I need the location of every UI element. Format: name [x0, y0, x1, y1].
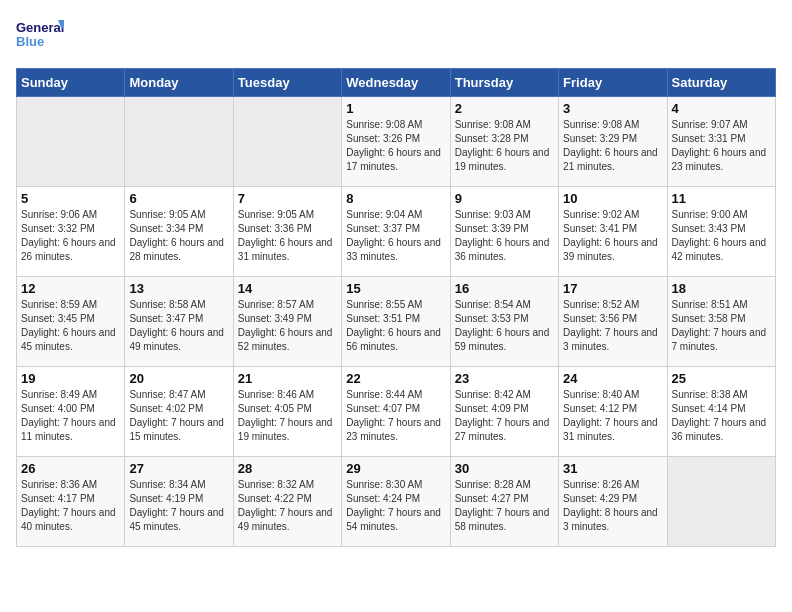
svg-text:Blue: Blue [16, 34, 44, 49]
day-number: 7 [238, 191, 337, 206]
calendar-cell: 18Sunrise: 8:51 AM Sunset: 3:58 PM Dayli… [667, 277, 775, 367]
calendar-cell: 23Sunrise: 8:42 AM Sunset: 4:09 PM Dayli… [450, 367, 558, 457]
header-friday: Friday [559, 69, 667, 97]
header-monday: Monday [125, 69, 233, 97]
header-sunday: Sunday [17, 69, 125, 97]
day-info: Sunrise: 9:06 AM Sunset: 3:32 PM Dayligh… [21, 208, 120, 264]
day-number: 26 [21, 461, 120, 476]
calendar-cell: 9Sunrise: 9:03 AM Sunset: 3:39 PM Daylig… [450, 187, 558, 277]
day-number: 2 [455, 101, 554, 116]
day-number: 28 [238, 461, 337, 476]
day-number: 29 [346, 461, 445, 476]
calendar-cell: 7Sunrise: 9:05 AM Sunset: 3:36 PM Daylig… [233, 187, 341, 277]
logo-svg: General Blue [16, 16, 64, 56]
day-number: 27 [129, 461, 228, 476]
header-wednesday: Wednesday [342, 69, 450, 97]
day-info: Sunrise: 8:40 AM Sunset: 4:12 PM Dayligh… [563, 388, 662, 444]
day-info: Sunrise: 8:30 AM Sunset: 4:24 PM Dayligh… [346, 478, 445, 534]
calendar-table: SundayMondayTuesdayWednesdayThursdayFrid… [16, 68, 776, 547]
day-number: 19 [21, 371, 120, 386]
calendar-cell: 24Sunrise: 8:40 AM Sunset: 4:12 PM Dayli… [559, 367, 667, 457]
day-number: 24 [563, 371, 662, 386]
day-number: 30 [455, 461, 554, 476]
day-number: 4 [672, 101, 771, 116]
day-number: 6 [129, 191, 228, 206]
day-info: Sunrise: 8:32 AM Sunset: 4:22 PM Dayligh… [238, 478, 337, 534]
day-info: Sunrise: 8:44 AM Sunset: 4:07 PM Dayligh… [346, 388, 445, 444]
day-info: Sunrise: 8:42 AM Sunset: 4:09 PM Dayligh… [455, 388, 554, 444]
calendar-cell [17, 97, 125, 187]
calendar-cell: 8Sunrise: 9:04 AM Sunset: 3:37 PM Daylig… [342, 187, 450, 277]
day-number: 3 [563, 101, 662, 116]
calendar-cell: 26Sunrise: 8:36 AM Sunset: 4:17 PM Dayli… [17, 457, 125, 547]
calendar-cell [233, 97, 341, 187]
day-info: Sunrise: 8:46 AM Sunset: 4:05 PM Dayligh… [238, 388, 337, 444]
day-info: Sunrise: 8:49 AM Sunset: 4:00 PM Dayligh… [21, 388, 120, 444]
calendar-week-4: 19Sunrise: 8:49 AM Sunset: 4:00 PM Dayli… [17, 367, 776, 457]
calendar-week-5: 26Sunrise: 8:36 AM Sunset: 4:17 PM Dayli… [17, 457, 776, 547]
header-thursday: Thursday [450, 69, 558, 97]
day-number: 22 [346, 371, 445, 386]
calendar-cell: 22Sunrise: 8:44 AM Sunset: 4:07 PM Dayli… [342, 367, 450, 457]
day-number: 25 [672, 371, 771, 386]
day-number: 20 [129, 371, 228, 386]
calendar-cell: 10Sunrise: 9:02 AM Sunset: 3:41 PM Dayli… [559, 187, 667, 277]
calendar-cell: 16Sunrise: 8:54 AM Sunset: 3:53 PM Dayli… [450, 277, 558, 367]
day-number: 14 [238, 281, 337, 296]
day-info: Sunrise: 8:55 AM Sunset: 3:51 PM Dayligh… [346, 298, 445, 354]
day-number: 13 [129, 281, 228, 296]
day-info: Sunrise: 8:26 AM Sunset: 4:29 PM Dayligh… [563, 478, 662, 534]
day-info: Sunrise: 8:28 AM Sunset: 4:27 PM Dayligh… [455, 478, 554, 534]
day-info: Sunrise: 8:54 AM Sunset: 3:53 PM Dayligh… [455, 298, 554, 354]
calendar-cell: 14Sunrise: 8:57 AM Sunset: 3:49 PM Dayli… [233, 277, 341, 367]
calendar-cell: 31Sunrise: 8:26 AM Sunset: 4:29 PM Dayli… [559, 457, 667, 547]
day-number: 8 [346, 191, 445, 206]
day-number: 15 [346, 281, 445, 296]
day-info: Sunrise: 8:51 AM Sunset: 3:58 PM Dayligh… [672, 298, 771, 354]
calendar-cell: 11Sunrise: 9:00 AM Sunset: 3:43 PM Dayli… [667, 187, 775, 277]
calendar-cell: 2Sunrise: 9:08 AM Sunset: 3:28 PM Daylig… [450, 97, 558, 187]
day-number: 11 [672, 191, 771, 206]
page-header: General Blue [16, 16, 776, 56]
calendar-cell [667, 457, 775, 547]
day-number: 5 [21, 191, 120, 206]
calendar-cell: 27Sunrise: 8:34 AM Sunset: 4:19 PM Dayli… [125, 457, 233, 547]
calendar-cell: 5Sunrise: 9:06 AM Sunset: 3:32 PM Daylig… [17, 187, 125, 277]
day-info: Sunrise: 9:04 AM Sunset: 3:37 PM Dayligh… [346, 208, 445, 264]
svg-text:General: General [16, 20, 64, 35]
logo: General Blue [16, 16, 64, 56]
day-info: Sunrise: 9:08 AM Sunset: 3:29 PM Dayligh… [563, 118, 662, 174]
day-number: 21 [238, 371, 337, 386]
day-number: 16 [455, 281, 554, 296]
day-info: Sunrise: 8:47 AM Sunset: 4:02 PM Dayligh… [129, 388, 228, 444]
day-info: Sunrise: 9:05 AM Sunset: 3:34 PM Dayligh… [129, 208, 228, 264]
calendar-cell: 20Sunrise: 8:47 AM Sunset: 4:02 PM Dayli… [125, 367, 233, 457]
calendar-cell: 28Sunrise: 8:32 AM Sunset: 4:22 PM Dayli… [233, 457, 341, 547]
calendar-cell: 4Sunrise: 9:07 AM Sunset: 3:31 PM Daylig… [667, 97, 775, 187]
calendar-cell: 13Sunrise: 8:58 AM Sunset: 3:47 PM Dayli… [125, 277, 233, 367]
calendar-week-3: 12Sunrise: 8:59 AM Sunset: 3:45 PM Dayli… [17, 277, 776, 367]
calendar-cell: 17Sunrise: 8:52 AM Sunset: 3:56 PM Dayli… [559, 277, 667, 367]
day-number: 23 [455, 371, 554, 386]
calendar-cell: 1Sunrise: 9:08 AM Sunset: 3:26 PM Daylig… [342, 97, 450, 187]
day-info: Sunrise: 8:38 AM Sunset: 4:14 PM Dayligh… [672, 388, 771, 444]
day-info: Sunrise: 9:02 AM Sunset: 3:41 PM Dayligh… [563, 208, 662, 264]
day-number: 9 [455, 191, 554, 206]
calendar-week-2: 5Sunrise: 9:06 AM Sunset: 3:32 PM Daylig… [17, 187, 776, 277]
calendar-cell: 12Sunrise: 8:59 AM Sunset: 3:45 PM Dayli… [17, 277, 125, 367]
day-info: Sunrise: 9:07 AM Sunset: 3:31 PM Dayligh… [672, 118, 771, 174]
calendar-cell [125, 97, 233, 187]
header-saturday: Saturday [667, 69, 775, 97]
calendar-cell: 3Sunrise: 9:08 AM Sunset: 3:29 PM Daylig… [559, 97, 667, 187]
calendar-cell: 30Sunrise: 8:28 AM Sunset: 4:27 PM Dayli… [450, 457, 558, 547]
day-number: 17 [563, 281, 662, 296]
day-info: Sunrise: 9:03 AM Sunset: 3:39 PM Dayligh… [455, 208, 554, 264]
day-info: Sunrise: 8:59 AM Sunset: 3:45 PM Dayligh… [21, 298, 120, 354]
calendar-cell: 21Sunrise: 8:46 AM Sunset: 4:05 PM Dayli… [233, 367, 341, 457]
day-number: 1 [346, 101, 445, 116]
day-info: Sunrise: 8:36 AM Sunset: 4:17 PM Dayligh… [21, 478, 120, 534]
calendar-cell: 29Sunrise: 8:30 AM Sunset: 4:24 PM Dayli… [342, 457, 450, 547]
calendar-cell: 25Sunrise: 8:38 AM Sunset: 4:14 PM Dayli… [667, 367, 775, 457]
calendar-week-1: 1Sunrise: 9:08 AM Sunset: 3:26 PM Daylig… [17, 97, 776, 187]
day-number: 10 [563, 191, 662, 206]
